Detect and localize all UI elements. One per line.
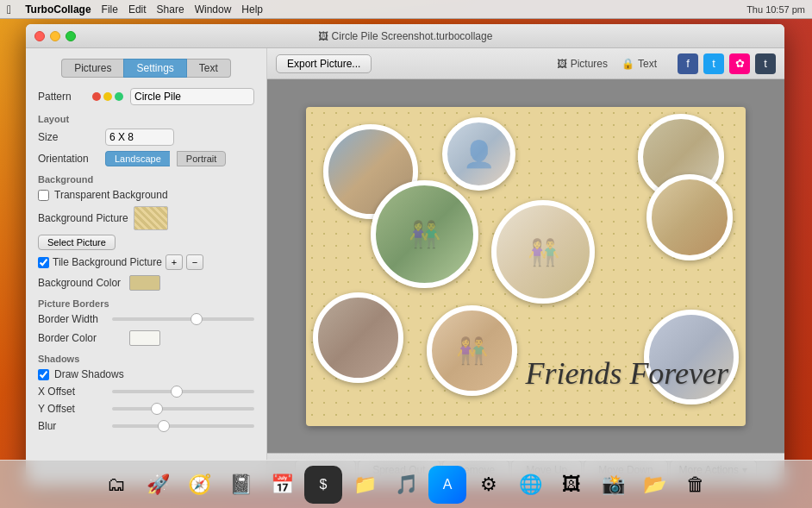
facebook-icon[interactable]: f: [678, 53, 698, 74]
border-width-slider[interactable]: [112, 317, 254, 321]
draw-shadows-checkbox[interactable]: [38, 369, 49, 380]
bg-picture-label: Background Picture: [38, 212, 128, 224]
dock-settings[interactable]: ⚙: [470, 466, 508, 504]
tab-settings[interactable]: Settings: [123, 59, 186, 78]
dock-finder[interactable]: 🗂: [97, 466, 135, 504]
size-select[interactable]: 6 X 8: [105, 129, 174, 146]
landscape-button[interactable]: Landscape: [105, 151, 170, 166]
canvas-area: Friends Forever: [267, 79, 784, 453]
y-offset-label: Y Offset: [38, 403, 107, 415]
dock-chrome[interactable]: 🌐: [511, 466, 549, 504]
tab-text[interactable]: Text: [187, 59, 231, 78]
orientation-label: Orientation: [38, 153, 98, 165]
dot-red: [92, 92, 101, 101]
window-content: Pictures Settings Text Pattern Circle Pi…: [26, 48, 784, 486]
layout-header: Layout: [26, 109, 266, 126]
y-offset-row: Y Offset: [26, 400, 266, 417]
tile-row: Tile Background Picture + −: [26, 252, 266, 273]
social-icons: f t ✿ t: [678, 53, 776, 74]
transparent-bg-row: Transparent Background: [26, 186, 266, 204]
select-picture-button[interactable]: Select Picture: [38, 235, 116, 250]
window-title: 🖼 Circle Pile Screenshot.turbocollage: [318, 30, 493, 42]
content-area: Export Picture... 🖼 Pictures 🔒 Text f t …: [267, 48, 784, 486]
tumblr-icon[interactable]: t: [755, 53, 776, 74]
y-offset-slider[interactable]: [112, 407, 254, 411]
dock-calendar[interactable]: 📅: [263, 466, 301, 504]
menubar-right: Thu 10:57 pm: [746, 4, 805, 15]
select-picture-row: Select Picture: [26, 233, 266, 252]
twitter-icon[interactable]: t: [703, 53, 724, 74]
pattern-select[interactable]: Circle Pile: [130, 88, 254, 105]
apple-menu[interactable]: : [7, 3, 11, 16]
border-width-row: Border Width: [26, 310, 266, 328]
dock-notes[interactable]: 📓: [222, 466, 259, 504]
view-tab-text[interactable]: 🔒 Text: [621, 58, 657, 70]
dock-folder[interactable]: 📂: [635, 466, 673, 504]
bg-picture-row: Background Picture: [26, 204, 266, 233]
border-color-label: Border Color: [38, 332, 124, 344]
dock-photos[interactable]: 🖼: [553, 466, 590, 504]
blur-label: Blur: [38, 420, 107, 432]
minimize-button[interactable]: [50, 31, 60, 41]
view-tabs: 🖼 Pictures 🔒 Text f t ✿ t: [557, 53, 776, 74]
background-header: Background: [26, 169, 266, 186]
x-offset-slider[interactable]: [112, 390, 254, 393]
collage-canvas[interactable]: Friends Forever: [306, 107, 746, 426]
transparent-bg-label: Transparent Background: [54, 189, 168, 201]
flickr-icon[interactable]: ✿: [729, 53, 750, 74]
border-width-label: Border Width: [38, 313, 107, 325]
tab-pictures[interactable]: Pictures: [61, 59, 123, 78]
portrait-button[interactable]: Portrait: [177, 151, 226, 166]
bg-picture-preview[interactable]: [134, 206, 168, 230]
menubar-time: Thu 10:57 pm: [746, 4, 805, 15]
dock-iphoto[interactable]: 📸: [594, 466, 632, 504]
menu-share[interactable]: Share: [157, 3, 184, 16]
traffic-lights: [34, 31, 76, 41]
dock-terminal[interactable]: $: [304, 466, 342, 504]
photo-circle-5[interactable]: [491, 200, 595, 304]
content-toolbar: Export Picture... 🖼 Pictures 🔒 Text f t …: [267, 48, 784, 79]
menu-edit[interactable]: Edit: [128, 3, 147, 16]
dock-appstore[interactable]: A: [428, 466, 466, 504]
tile-label: Tile Background Picture: [53, 256, 162, 268]
app-name[interactable]: TurboCollage: [25, 3, 91, 16]
photo-circle-7[interactable]: [313, 292, 403, 383]
menu-help[interactable]: Help: [241, 3, 263, 16]
pictures-icon: 🖼: [557, 58, 567, 70]
maximize-button[interactable]: [66, 31, 76, 41]
tile-checkbox[interactable]: [38, 257, 49, 268]
photo-circle-6[interactable]: [646, 174, 733, 260]
border-color-swatch[interactable]: [129, 330, 160, 346]
photo-circle-4[interactable]: [371, 180, 478, 288]
dock-trash[interactable]: 🗑: [677, 466, 715, 504]
blur-slider[interactable]: [112, 424, 254, 428]
orientation-row: Orientation Landscape Portrait: [26, 148, 266, 169]
tile-remove-button[interactable]: −: [186, 254, 203, 270]
photo-circle-8[interactable]: [427, 305, 517, 396]
dock-music[interactable]: 🎵: [387, 466, 425, 504]
transparent-bg-checkbox[interactable]: [38, 190, 49, 201]
pattern-row: Pattern Circle Pile: [26, 85, 266, 109]
dock-finder2[interactable]: 📁: [346, 466, 384, 504]
x-offset-row: X Offset: [26, 383, 266, 400]
collage-text: Friends Forever: [525, 355, 728, 392]
menu-file[interactable]: File: [102, 3, 118, 16]
tile-add-button[interactable]: +: [166, 254, 183, 270]
size-row: Size 6 X 8: [26, 126, 266, 148]
menu-window[interactable]: Window: [195, 3, 232, 16]
dock-safari[interactable]: 🧭: [180, 466, 218, 504]
photo-circle-2[interactable]: [442, 117, 515, 191]
dot-green: [115, 92, 123, 101]
view-tab-pictures[interactable]: 🖼 Pictures: [557, 58, 608, 70]
draw-shadows-label: Draw Shadows: [54, 368, 124, 380]
dot-yellow: [103, 92, 112, 101]
close-button[interactable]: [34, 31, 45, 41]
title-bar: 🖼 Circle Pile Screenshot.turbocollage: [26, 24, 784, 48]
bg-color-label: Background Color: [38, 277, 124, 289]
menubar:  TurboCollage File Edit Share Window He…: [0, 0, 812, 19]
bg-color-swatch[interactable]: [129, 275, 160, 291]
border-color-row: Border Color: [26, 328, 266, 348]
export-button[interactable]: Export Picture...: [276, 54, 372, 73]
blur-row: Blur: [26, 417, 266, 435]
dock-launchpad[interactable]: 🚀: [139, 466, 177, 504]
